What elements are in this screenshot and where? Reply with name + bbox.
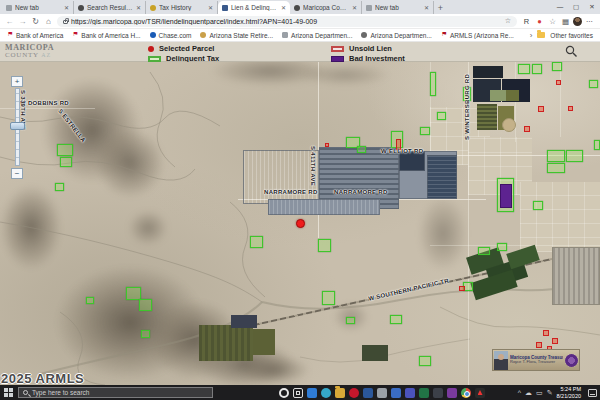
minimize-button[interactable]: — (552, 0, 568, 13)
parcel-delinquent-tax[interactable] (532, 64, 542, 74)
address-bar[interactable]: https://gis.maricopa.gov/TSR/liendelinqu… (57, 16, 517, 27)
parcel-unsold-lien[interactable] (325, 143, 329, 147)
tab-close-icon[interactable]: ✕ (281, 4, 286, 11)
edge-icon[interactable] (321, 388, 331, 398)
home-button[interactable]: ⌂ (44, 17, 53, 26)
action-center-button[interactable] (588, 389, 597, 397)
tab-close-icon[interactable]: ✕ (64, 4, 69, 11)
taskbar-clock[interactable]: 5:24 PM 8/21/2020 (557, 386, 581, 400)
word-icon[interactable] (391, 388, 401, 398)
start-button[interactable] (0, 385, 17, 400)
parcel-delinquent-tax[interactable] (566, 150, 583, 162)
parcel-delinquent-tax[interactable] (437, 112, 446, 120)
close-button[interactable]: ✕ (584, 0, 600, 13)
parcel-bad-investment[interactable] (500, 184, 512, 208)
zoom-slider-handle[interactable] (10, 122, 25, 130)
new-tab-button[interactable]: + (434, 2, 447, 14)
parcel-unsold-lien[interactable] (552, 338, 558, 344)
parcel-delinquent-tax[interactable] (390, 315, 402, 324)
selected-parcel-dot[interactable] (296, 219, 305, 228)
parcel-delinquent-tax[interactable] (547, 150, 565, 162)
rakuten-extension-icon[interactable]: R (521, 17, 532, 26)
bookmark-item-0[interactable]: Bank of America (7, 32, 63, 39)
parcel-delinquent-tax[interactable] (86, 297, 94, 304)
cortana-icon[interactable] (279, 388, 289, 398)
calendar-icon[interactable] (307, 388, 317, 398)
parcel-delinquent-tax[interactable] (346, 317, 355, 324)
extensions-icon[interactable]: ▦ (560, 17, 571, 26)
onenote-icon[interactable] (447, 388, 457, 398)
parcel-delinquent-tax[interactable] (250, 236, 263, 248)
acrobat-icon[interactable] (475, 388, 485, 398)
parcel-delinquent-tax[interactable] (589, 80, 598, 88)
url-text[interactable]: https://gis.maricopa.gov/TSR/liendelinqu… (71, 18, 502, 25)
parcel-delinquent-tax[interactable] (552, 62, 562, 71)
task-view-icon[interactable] (293, 388, 303, 398)
parcel-delinquent-tax[interactable] (547, 163, 565, 173)
tab-0[interactable]: New tab✕ (2, 1, 74, 14)
bookmark-item-2[interactable]: Chase.com (150, 32, 192, 39)
tab-1[interactable]: Search Results - Maric...✕ (74, 1, 146, 14)
excel-icon[interactable] (419, 388, 429, 398)
parcel-delinquent-tax[interactable] (430, 72, 436, 96)
refresh-button[interactable]: ↻ (31, 17, 40, 26)
parcel-unsold-lien[interactable] (543, 330, 549, 336)
tray-expand-icon[interactable]: ^ (518, 389, 521, 396)
parcel-unsold-lien[interactable] (556, 80, 561, 85)
zoom-slider[interactable]: + − (10, 76, 25, 180)
parcel-unsold-lien[interactable] (538, 106, 544, 112)
parcel-delinquent-tax[interactable] (322, 291, 335, 305)
favorites-star-icon[interactable]: ☆ (547, 17, 558, 26)
parcel-unsold-lien[interactable] (459, 286, 465, 291)
forward-button[interactable]: → (18, 17, 27, 26)
bookmark-item-3[interactable]: Arizona State Retire... (200, 32, 273, 39)
favorite-star-icon[interactable]: ☆ (505, 17, 511, 25)
maps-icon[interactable] (433, 388, 443, 398)
parcel-unsold-lien[interactable] (524, 126, 530, 132)
parcel-delinquent-tax[interactable] (419, 356, 431, 366)
battery-icon[interactable]: ▭ (536, 389, 543, 397)
onedrive-icon[interactable]: ☁ (525, 389, 532, 397)
teams-icon[interactable] (405, 388, 415, 398)
parcel-delinquent-tax[interactable] (518, 64, 530, 74)
taskbar-search-input[interactable]: Type here to search (18, 387, 213, 398)
bookmark-item-5[interactable]: Arizona Departmen... (361, 32, 431, 39)
file-explorer-icon[interactable] (335, 388, 345, 398)
parcel-delinquent-tax[interactable] (594, 140, 600, 150)
tab-4[interactable]: Maricopa County Asse...✕ (290, 1, 362, 14)
pen-icon[interactable]: ✎ (547, 389, 553, 397)
parcel-delinquent-tax[interactable] (57, 144, 73, 156)
quicken-icon[interactable] (349, 388, 359, 398)
profile-avatar[interactable] (573, 17, 582, 26)
other-favorites-label[interactable]: Other favorites (550, 32, 593, 39)
tab-close-icon[interactable]: ✕ (136, 4, 141, 11)
bookmark-item-4[interactable]: Arizona Departmen... (282, 32, 352, 39)
tab-5[interactable]: New tab✕ (362, 1, 434, 14)
back-button[interactable]: ← (5, 17, 14, 26)
parcel-delinquent-tax[interactable] (318, 239, 331, 252)
parcel-unsold-lien[interactable] (568, 106, 573, 111)
tab-close-icon[interactable]: ✕ (208, 4, 213, 11)
parcel-delinquent-tax[interactable] (478, 247, 490, 255)
adblock-extension-icon[interactable]: ● (534, 17, 545, 26)
calculator-icon[interactable] (377, 388, 387, 398)
settings-menu-icon[interactable]: ⋯ (584, 17, 595, 26)
zoom-in-button[interactable]: + (11, 76, 23, 87)
parcel-delinquent-tax[interactable] (139, 299, 152, 311)
tab-2[interactable]: Tax History✕ (146, 1, 218, 14)
parcel-delinquent-tax[interactable] (420, 127, 430, 135)
parcel-unsold-lien[interactable] (536, 342, 542, 348)
outlook-icon[interactable] (363, 388, 373, 398)
parcel-delinquent-tax[interactable] (141, 330, 150, 338)
bookmarks-overflow-chevron[interactable]: › (530, 31, 533, 40)
tab-3[interactable]: Lien & Delinquent Par...✕ (218, 1, 290, 14)
zoom-out-button[interactable]: − (11, 168, 23, 179)
parcel-delinquent-tax[interactable] (60, 157, 72, 167)
map-canvas[interactable]: W DOBBINS RDS 339TH AVES ESTRELLAS 411TH… (0, 62, 600, 385)
parcel-delinquent-tax[interactable] (533, 201, 543, 210)
parcel-delinquent-tax[interactable] (497, 243, 507, 251)
map-search-icon[interactable] (565, 45, 578, 58)
parcel-delinquent-tax[interactable] (55, 183, 64, 191)
tab-close-icon[interactable]: ✕ (352, 4, 357, 11)
maximize-button[interactable]: ▢ (568, 0, 584, 13)
